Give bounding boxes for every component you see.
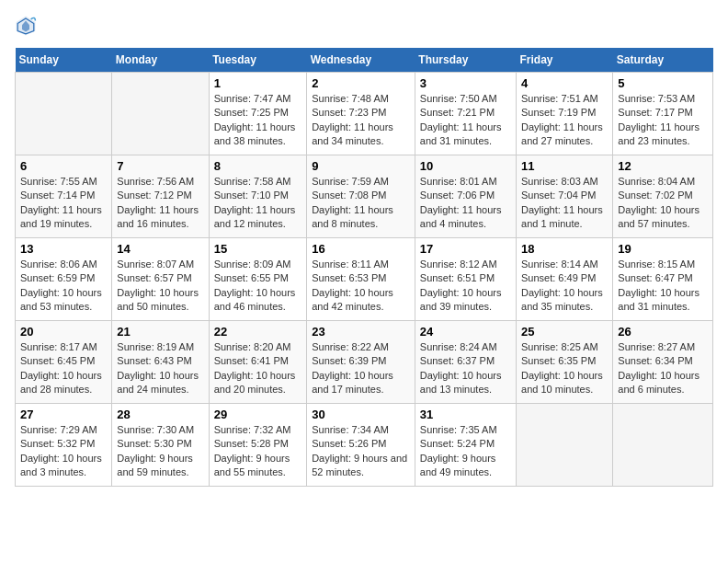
- day-info: Sunrise: 7:59 AMSunset: 7:08 PMDaylight:…: [312, 175, 410, 232]
- day-number: 12: [618, 159, 708, 173]
- day-info: Sunrise: 8:15 AMSunset: 6:47 PMDaylight:…: [618, 258, 708, 315]
- day-number: 3: [420, 76, 511, 90]
- weekday-header-monday: Monday: [112, 48, 209, 73]
- calendar-cell: 23Sunrise: 8:22 AMSunset: 6:39 PMDayligh…: [307, 321, 415, 404]
- week-row-5: 27Sunrise: 7:29 AMSunset: 5:32 PMDayligh…: [16, 404, 713, 487]
- logo-icon: [15, 15, 37, 37]
- calendar-cell: 15Sunrise: 8:09 AMSunset: 6:55 PMDayligh…: [209, 238, 307, 321]
- day-number: 13: [20, 242, 107, 256]
- day-number: 7: [117, 159, 203, 173]
- calendar-cell: 24Sunrise: 8:24 AMSunset: 6:37 PMDayligh…: [415, 321, 516, 404]
- day-info: Sunrise: 7:56 AMSunset: 7:12 PMDaylight:…: [117, 175, 203, 232]
- day-info: Sunrise: 8:25 AMSunset: 6:35 PMDaylight:…: [521, 340, 608, 397]
- calendar-cell: 22Sunrise: 8:20 AMSunset: 6:41 PMDayligh…: [209, 321, 307, 404]
- calendar-cell: [517, 404, 613, 487]
- day-number: 6: [20, 159, 107, 173]
- day-info: Sunrise: 7:34 AMSunset: 5:26 PMDaylight:…: [312, 423, 410, 480]
- calendar-table: SundayMondayTuesdayWednesdayThursdayFrid…: [15, 48, 713, 487]
- day-info: Sunrise: 8:20 AMSunset: 6:41 PMDaylight:…: [214, 340, 302, 397]
- calendar-cell: 17Sunrise: 8:12 AMSunset: 6:51 PMDayligh…: [415, 238, 516, 321]
- day-number: 5: [618, 76, 708, 90]
- day-info: Sunrise: 8:27 AMSunset: 6:34 PMDaylight:…: [618, 340, 708, 397]
- calendar-cell: 25Sunrise: 8:25 AMSunset: 6:35 PMDayligh…: [517, 321, 613, 404]
- calendar-cell: [112, 73, 209, 155]
- day-number: 31: [420, 408, 511, 421]
- calendar-cell: 5Sunrise: 7:53 AMSunset: 7:17 PMDaylight…: [613, 73, 713, 155]
- day-info: Sunrise: 7:53 AMSunset: 7:17 PMDaylight:…: [618, 92, 708, 149]
- calendar-cell: 18Sunrise: 8:14 AMSunset: 6:49 PMDayligh…: [517, 238, 613, 321]
- weekday-header-friday: Friday: [517, 48, 613, 73]
- day-info: Sunrise: 8:06 AMSunset: 6:59 PMDaylight:…: [20, 258, 107, 315]
- weekday-header-saturday: Saturday: [613, 48, 713, 73]
- day-info: Sunrise: 8:04 AMSunset: 7:02 PMDaylight:…: [618, 175, 708, 232]
- day-number: 22: [214, 325, 302, 339]
- day-info: Sunrise: 8:07 AMSunset: 6:57 PMDaylight:…: [117, 258, 203, 315]
- calendar-cell: 30Sunrise: 7:34 AMSunset: 5:26 PMDayligh…: [307, 404, 415, 487]
- day-number: 4: [521, 76, 608, 90]
- day-number: 21: [117, 325, 203, 339]
- weekday-header-tuesday: Tuesday: [209, 48, 307, 73]
- calendar-cell: 27Sunrise: 7:29 AMSunset: 5:32 PMDayligh…: [16, 404, 112, 487]
- day-info: Sunrise: 8:12 AMSunset: 6:51 PMDaylight:…: [420, 258, 511, 315]
- calendar-cell: 4Sunrise: 7:51 AMSunset: 7:19 PMDaylight…: [517, 73, 613, 155]
- day-info: Sunrise: 7:51 AMSunset: 7:19 PMDaylight:…: [521, 92, 608, 149]
- calendar-cell: 14Sunrise: 8:07 AMSunset: 6:57 PMDayligh…: [112, 238, 209, 321]
- day-number: 27: [20, 408, 107, 421]
- calendar-cell: 12Sunrise: 8:04 AMSunset: 7:02 PMDayligh…: [613, 155, 713, 238]
- day-number: 15: [214, 242, 302, 256]
- calendar-cell: 7Sunrise: 7:56 AMSunset: 7:12 PMDaylight…: [112, 155, 209, 238]
- day-number: 28: [117, 408, 203, 421]
- calendar-cell: 2Sunrise: 7:48 AMSunset: 7:23 PMDaylight…: [307, 73, 415, 155]
- calendar-cell: 28Sunrise: 7:30 AMSunset: 5:30 PMDayligh…: [112, 404, 209, 487]
- week-row-3: 13Sunrise: 8:06 AMSunset: 6:59 PMDayligh…: [16, 238, 713, 321]
- day-info: Sunrise: 8:17 AMSunset: 6:45 PMDaylight:…: [20, 340, 107, 397]
- day-number: 1: [214, 76, 302, 90]
- calendar-cell: 10Sunrise: 8:01 AMSunset: 7:06 PMDayligh…: [415, 155, 516, 238]
- week-row-2: 6Sunrise: 7:55 AMSunset: 7:14 PMDaylight…: [16, 155, 713, 238]
- calendar-cell: 19Sunrise: 8:15 AMSunset: 6:47 PMDayligh…: [613, 238, 713, 321]
- day-info: Sunrise: 8:24 AMSunset: 6:37 PMDaylight:…: [420, 340, 511, 397]
- weekday-header-sunday: Sunday: [16, 48, 112, 73]
- day-info: Sunrise: 7:47 AMSunset: 7:25 PMDaylight:…: [214, 92, 302, 149]
- day-info: Sunrise: 8:01 AMSunset: 7:06 PMDaylight:…: [420, 175, 511, 232]
- day-info: Sunrise: 8:09 AMSunset: 6:55 PMDaylight:…: [214, 258, 302, 315]
- logo: [15, 15, 40, 37]
- day-info: Sunrise: 7:32 AMSunset: 5:28 PMDaylight:…: [214, 423, 302, 480]
- day-info: Sunrise: 8:11 AMSunset: 6:53 PMDaylight:…: [312, 258, 410, 315]
- day-number: 11: [521, 159, 608, 173]
- calendar-cell: 8Sunrise: 7:58 AMSunset: 7:10 PMDaylight…: [209, 155, 307, 238]
- calendar-cell: 26Sunrise: 8:27 AMSunset: 6:34 PMDayligh…: [613, 321, 713, 404]
- day-number: 23: [312, 325, 410, 339]
- calendar-cell: [613, 404, 713, 487]
- calendar-cell: 9Sunrise: 7:59 AMSunset: 7:08 PMDaylight…: [307, 155, 415, 238]
- day-info: Sunrise: 7:58 AMSunset: 7:10 PMDaylight:…: [214, 175, 302, 232]
- day-number: 16: [312, 242, 410, 256]
- calendar-cell: 1Sunrise: 7:47 AMSunset: 7:25 PMDaylight…: [209, 73, 307, 155]
- calendar-cell: 11Sunrise: 8:03 AMSunset: 7:04 PMDayligh…: [517, 155, 613, 238]
- weekday-header-thursday: Thursday: [415, 48, 516, 73]
- calendar-cell: 16Sunrise: 8:11 AMSunset: 6:53 PMDayligh…: [307, 238, 415, 321]
- day-info: Sunrise: 7:29 AMSunset: 5:32 PMDaylight:…: [20, 423, 107, 480]
- week-row-4: 20Sunrise: 8:17 AMSunset: 6:45 PMDayligh…: [16, 321, 713, 404]
- day-number: 10: [420, 159, 511, 173]
- day-info: Sunrise: 8:19 AMSunset: 6:43 PMDaylight:…: [117, 340, 203, 397]
- day-number: 25: [521, 325, 608, 339]
- calendar-cell: 29Sunrise: 7:32 AMSunset: 5:28 PMDayligh…: [209, 404, 307, 487]
- calendar-cell: 6Sunrise: 7:55 AMSunset: 7:14 PMDaylight…: [16, 155, 112, 238]
- page-header: [15, 15, 713, 37]
- day-number: 18: [521, 242, 608, 256]
- day-number: 8: [214, 159, 302, 173]
- day-number: 26: [618, 325, 708, 339]
- week-row-1: 1Sunrise: 7:47 AMSunset: 7:25 PMDaylight…: [16, 73, 713, 155]
- day-info: Sunrise: 7:55 AMSunset: 7:14 PMDaylight:…: [20, 175, 107, 232]
- calendar-cell: 21Sunrise: 8:19 AMSunset: 6:43 PMDayligh…: [112, 321, 209, 404]
- day-number: 19: [618, 242, 708, 256]
- day-info: Sunrise: 7:35 AMSunset: 5:24 PMDaylight:…: [420, 423, 511, 480]
- day-info: Sunrise: 7:30 AMSunset: 5:30 PMDaylight:…: [117, 423, 203, 480]
- day-number: 2: [312, 76, 410, 90]
- day-number: 17: [420, 242, 511, 256]
- calendar-cell: 13Sunrise: 8:06 AMSunset: 6:59 PMDayligh…: [16, 238, 112, 321]
- day-info: Sunrise: 8:14 AMSunset: 6:49 PMDaylight:…: [521, 258, 608, 315]
- day-info: Sunrise: 8:03 AMSunset: 7:04 PMDaylight:…: [521, 175, 608, 232]
- weekday-header-row: SundayMondayTuesdayWednesdayThursdayFrid…: [16, 48, 713, 73]
